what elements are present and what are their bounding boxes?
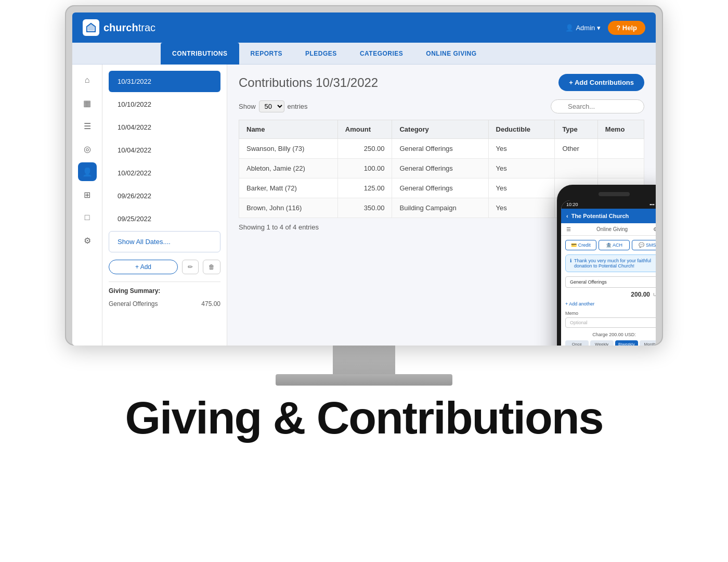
app-header: churchtrac 👤 Admin ▾ ? Help bbox=[72, 12, 656, 43]
cell-name: Ableton, Jamie (22) bbox=[239, 159, 338, 178]
add-contributions-button[interactable]: + Add Contributions bbox=[558, 74, 644, 91]
phone-tabs: 💳 Credit 🏦 ACH 💬 SMS bbox=[565, 240, 656, 250]
phone-tab-sms[interactable]: 💬 SMS bbox=[632, 240, 656, 250]
phone-status-bar: 10:20 ▪▪▪ 5G bbox=[561, 200, 656, 209]
cell-amount: 100.00 bbox=[337, 159, 392, 178]
date-item-show-all[interactable]: Show All Dates.... bbox=[109, 231, 220, 252]
col-amount[interactable]: Amount bbox=[337, 120, 392, 139]
phone-freq-biweekly[interactable]: Biweekly bbox=[615, 340, 639, 346]
date-item-0[interactable]: 10/31/2022 bbox=[109, 71, 220, 92]
search-wrapper bbox=[551, 99, 644, 113]
phone-category-dropdown[interactable]: General Offerings ▾ bbox=[565, 276, 656, 288]
phone-amount-row: 200.00 USD bbox=[565, 291, 656, 298]
cell-name: Barker, Matt (72) bbox=[239, 178, 338, 198]
date-item-2[interactable]: 10/04/2022 bbox=[109, 117, 220, 138]
tab-online-giving[interactable]: ONLINE GIVING bbox=[414, 43, 488, 65]
phone-freq-row: Once Weekly Biweekly Monthly bbox=[565, 340, 656, 346]
phone-freq-once[interactable]: Once bbox=[565, 340, 589, 346]
monitor-wrapper: churchtrac 👤 Admin ▾ ? Help CONTRIB bbox=[65, 5, 663, 386]
table-row[interactable]: Swanson, Billy (73) 250.00 General Offer… bbox=[239, 139, 644, 159]
cell-type bbox=[555, 159, 597, 178]
contributions-header: Contributions 10/31/2022 + Add Contribut… bbox=[239, 74, 644, 91]
col-category[interactable]: Category bbox=[392, 120, 488, 139]
col-deductible[interactable]: Deductible bbox=[488, 120, 555, 139]
nav-tabs-bar: CONTRIBUTIONS REPORTS PLEDGES CATEGORIES… bbox=[72, 43, 656, 65]
phone-freq-monthly[interactable]: Monthly bbox=[640, 340, 656, 346]
phone-subheader: ☰ Online Giving ⚙ ▾ bbox=[561, 223, 656, 236]
giving-summary-title: Giving Summary: bbox=[109, 287, 220, 295]
phone-frame: 10:20 ▪▪▪ 5G ‹ The Potential Church ☰ On… bbox=[557, 185, 656, 346]
cell-deductible: Yes bbox=[488, 159, 555, 178]
phone-screen: 10:20 ▪▪▪ 5G ‹ The Potential Church ☰ On… bbox=[561, 200, 656, 346]
table-controls: Show 50 entries bbox=[239, 99, 644, 113]
admin-button[interactable]: 👤 Admin ▾ bbox=[565, 24, 601, 32]
cell-deductible: Yes bbox=[488, 198, 555, 218]
date-item-1[interactable]: 10/10/2022 bbox=[109, 94, 220, 115]
cell-deductible: Yes bbox=[488, 139, 555, 159]
tab-categories[interactable]: CATEGORIES bbox=[348, 43, 414, 65]
col-type[interactable]: Type bbox=[555, 120, 597, 139]
tab-contributions[interactable]: CONTRIBUTIONS bbox=[161, 43, 239, 65]
phone-tab-ach[interactable]: 🏦 ACH bbox=[599, 240, 630, 250]
logo-area: churchtrac bbox=[83, 19, 155, 36]
monitor-stand-base bbox=[276, 374, 452, 386]
sidebar-icon-giving[interactable]: 👤 bbox=[78, 162, 97, 181]
phone-overlay: 10:20 ▪▪▪ 5G ‹ The Potential Church ☰ On… bbox=[557, 185, 656, 346]
phone-notch bbox=[599, 192, 630, 196]
contributions-title: Contributions 10/31/2022 bbox=[239, 75, 378, 90]
sidebar-icon-grid[interactable]: ⊞ bbox=[78, 185, 97, 204]
help-button[interactable]: ? Help bbox=[608, 21, 645, 35]
phone-info-box: ℹ Thank you very much for your faithful … bbox=[565, 254, 656, 272]
cell-memo bbox=[597, 139, 644, 159]
cell-name: Brown, John (116) bbox=[239, 198, 338, 218]
monitor-stand-neck bbox=[333, 346, 395, 374]
cell-category: Building Campaign bbox=[392, 198, 488, 218]
add-date-button[interactable]: + Add bbox=[109, 260, 178, 274]
phone-amount: 200.00 bbox=[631, 291, 650, 298]
sidebar-icon-calendar[interactable]: ☰ bbox=[78, 117, 97, 135]
giving-summary-section: Giving Summary: General Offerings 475.00 bbox=[109, 282, 220, 309]
phone-memo-input[interactable]: Optional bbox=[565, 317, 656, 328]
sidebar-icon-settings[interactable]: ⚙ bbox=[78, 231, 97, 250]
phone-freq-weekly[interactable]: Weekly bbox=[590, 340, 614, 346]
monitor-screen: churchtrac 👤 Admin ▾ ? Help CONTRIB bbox=[72, 12, 656, 346]
cell-name: Swanson, Billy (73) bbox=[239, 139, 338, 159]
monitor-frame: churchtrac 👤 Admin ▾ ? Help CONTRIB bbox=[65, 5, 663, 346]
logo-text: churchtrac bbox=[103, 22, 155, 34]
date-item-5[interactable]: 09/26/2022 bbox=[109, 185, 220, 207]
sidebar-icon-home[interactable]: ⌂ bbox=[78, 71, 97, 90]
sidebar-icon-phone[interactable]: □ bbox=[78, 208, 97, 227]
edit-date-button[interactable]: ✏ bbox=[182, 260, 199, 274]
search-input[interactable] bbox=[551, 99, 644, 113]
tab-reports[interactable]: REPORTS bbox=[239, 43, 294, 65]
cell-amount: 350.00 bbox=[337, 198, 392, 218]
phone-add-another[interactable]: + Add another bbox=[565, 301, 656, 306]
show-entries: Show 50 entries bbox=[239, 100, 308, 112]
sidebar-icon-people[interactable]: ▦ bbox=[78, 94, 97, 112]
tab-pledges[interactable]: PLEDGES bbox=[294, 43, 348, 65]
cell-memo bbox=[597, 159, 644, 178]
entries-select[interactable]: 50 bbox=[259, 100, 284, 112]
cell-category: General Offerings bbox=[392, 178, 488, 198]
phone-header: ‹ The Potential Church bbox=[561, 209, 656, 223]
date-panel: 10/31/2022 10/10/2022 10/04/2022 10/04/2… bbox=[102, 65, 227, 346]
date-item-4[interactable]: 10/02/2022 bbox=[109, 162, 220, 184]
date-item-3[interactable]: 10/04/2022 bbox=[109, 139, 220, 161]
cell-amount: 125.00 bbox=[337, 178, 392, 198]
cell-category: General Offerings bbox=[392, 139, 488, 159]
cell-type: Other bbox=[555, 139, 597, 159]
table-row[interactable]: Ableton, Jamie (22) 100.00 General Offer… bbox=[239, 159, 644, 178]
phone-memo-label: Memo bbox=[565, 311, 656, 316]
delete-date-button[interactable]: 🗑 bbox=[203, 260, 220, 274]
col-memo[interactable]: Memo bbox=[597, 120, 644, 139]
sidebar-icon-chart[interactable]: ◎ bbox=[78, 139, 97, 158]
giving-summary-item: General Offerings 475.00 bbox=[109, 299, 220, 309]
cell-amount: 250.00 bbox=[337, 139, 392, 159]
header-right: 👤 Admin ▾ ? Help bbox=[565, 21, 645, 35]
phone-charge-text: Charge 200.00 USD: bbox=[565, 332, 656, 337]
date-item-6[interactable]: 09/25/2022 bbox=[109, 208, 220, 229]
big-heading: Giving & Contributions bbox=[125, 394, 603, 442]
col-name[interactable]: Name bbox=[239, 120, 338, 139]
cell-deductible: Yes bbox=[488, 178, 555, 198]
phone-tab-credit[interactable]: 💳 Credit bbox=[565, 240, 596, 250]
